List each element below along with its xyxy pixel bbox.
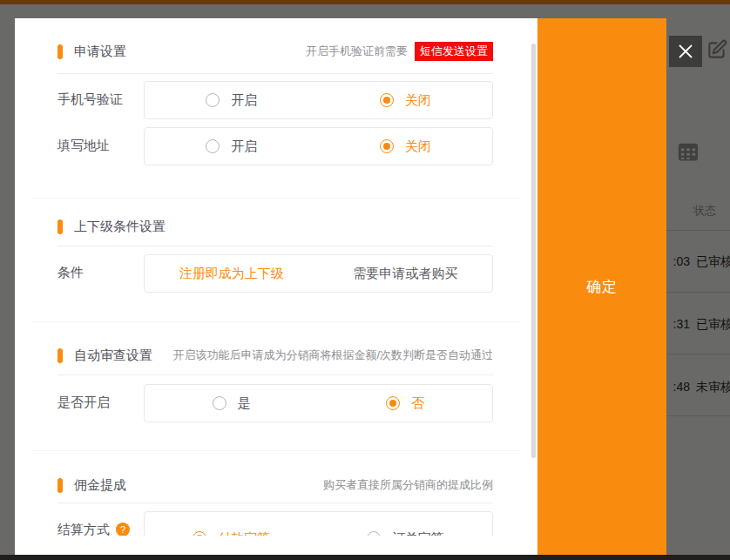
radio-option-label: 开启 (231, 92, 257, 109)
section-title: 佣金提成 (57, 477, 126, 494)
sms-settings-link[interactable]: 短信发送设置 (415, 42, 493, 61)
row-label-settlement-method: 结算方式 ? (57, 511, 130, 536)
radio-group-phone-verify: 开启 关闭 (144, 81, 493, 119)
radio-option-yes[interactable]: 是 (145, 385, 319, 422)
radio-icon[interactable] (380, 93, 394, 107)
row-label-text: 结算方式 (57, 522, 110, 536)
radio-option-label: 否 (411, 395, 424, 412)
radio-option-off[interactable]: 关闭 (319, 128, 493, 165)
section-separator (32, 321, 520, 322)
choice-register-becomes-hierarchy[interactable]: 注册即成为上下级 (145, 255, 319, 292)
radio-icon[interactable] (386, 396, 400, 410)
section-title-text: 自动审查设置 (74, 347, 152, 364)
section-commission-header: 佣金提成 购买者直接所属分销商的提成比例 (57, 476, 493, 495)
choice-group-condition: 注册即成为上下级 需要申请或者购买 (144, 254, 493, 293)
radio-icon[interactable] (206, 93, 220, 107)
section-hint: 购买者直接所属分销商的提成比例 (323, 477, 493, 493)
section-accent-bar-icon (57, 44, 63, 59)
radio-option-off[interactable]: 关闭 (319, 82, 493, 118)
close-button[interactable] (669, 36, 702, 67)
radio-option-on[interactable]: 开启 (145, 128, 319, 165)
section-separator (32, 450, 520, 451)
section-title: 上下级条件设置 (57, 219, 166, 235)
hint-text: 购买者直接所属分销商的提成比例 (323, 477, 493, 493)
section-separator (32, 198, 520, 199)
radio-group-settlement: 付款完算 订单完算 (144, 511, 493, 536)
section-title: 申请设置 (57, 44, 126, 60)
section-hierarchy-header: 上下级条件设置 (57, 217, 493, 236)
section-hint: 开启手机验证前需要 短信发送设置 (306, 42, 493, 61)
radio-icon[interactable] (193, 531, 206, 536)
section-accent-bar-icon (57, 478, 63, 493)
radio-option-label: 订单完算 (392, 530, 444, 536)
section-auto-review-header: 自动审查设置 开启该功能后申请成为分销商将根据金额/次数判断是否自动通过 (57, 346, 493, 365)
viewport-bottom-edge (0, 555, 730, 560)
modal-scrollbar[interactable] (531, 44, 536, 458)
radio-option-label: 开启 (231, 138, 257, 155)
section-hint: 开启该功能后申请成为分销商将根据金额/次数判断是否自动通过 (172, 347, 493, 363)
hint-text: 开启该功能后申请成为分销商将根据金额/次数判断是否自动通过 (172, 347, 493, 363)
radio-icon[interactable] (206, 139, 220, 153)
choice-apply-or-purchase[interactable]: 需要申请或者购买 (319, 255, 493, 292)
section-title-text: 申请设置 (74, 44, 126, 60)
radio-icon[interactable] (367, 531, 381, 536)
row-label-fill-address: 填写地址 (57, 127, 110, 164)
radio-option-label: 是 (238, 395, 251, 412)
radio-group-auto-enabled: 是 否 (144, 384, 493, 422)
section-divider (57, 246, 493, 246)
radio-icon[interactable] (213, 396, 226, 410)
settings-modal: 申请设置 开启手机验证前需要 短信发送设置 手机号验证 开启 关闭 (15, 18, 537, 555)
radio-option-label: 付款完算 (218, 530, 270, 536)
radio-group-fill-address: 开启 关闭 (144, 127, 493, 165)
row-label-condition: 条件 (57, 254, 84, 291)
section-title: 自动审查设置 (57, 347, 152, 364)
row-label-auto-enabled: 是否开启 (57, 384, 110, 421)
radio-option-label: 关闭 (405, 92, 431, 109)
section-title-text: 上下级条件设置 (74, 219, 166, 235)
radio-option-on[interactable]: 开启 (145, 82, 319, 118)
row-label-phone-verify: 手机号验证 (57, 81, 123, 118)
confirm-button-label: 确定 (586, 277, 618, 297)
radio-option-label: 关闭 (405, 138, 431, 155)
screen: 状态 :03 已审核 :31 已审核 :48 未审核 申请设置 开启手机验证前需… (0, 0, 730, 560)
radio-option-settle-on-payment[interactable]: 付款完算 (145, 512, 319, 536)
section-accent-bar-icon (57, 219, 63, 234)
radio-option-no[interactable]: 否 (319, 385, 493, 422)
section-divider (57, 73, 493, 74)
radio-icon[interactable] (380, 139, 394, 153)
help-icon[interactable]: ? (116, 523, 130, 536)
hint-text: 开启手机验证前需要 (306, 44, 408, 59)
section-title-text: 佣金提成 (74, 477, 126, 494)
section-divider (57, 503, 493, 503)
section-apply-settings-header: 申请设置 开启手机验证前需要 短信发送设置 (57, 42, 493, 61)
modal-scroll-area: 申请设置 开启手机验证前需要 短信发送设置 手机号验证 开启 关闭 (15, 18, 537, 536)
close-icon (676, 42, 695, 61)
radio-option-settle-on-order[interactable]: 订单完算 (319, 512, 493, 536)
section-accent-bar-icon (57, 348, 63, 363)
confirm-button[interactable]: 确定 (537, 18, 666, 555)
section-divider (57, 374, 493, 375)
